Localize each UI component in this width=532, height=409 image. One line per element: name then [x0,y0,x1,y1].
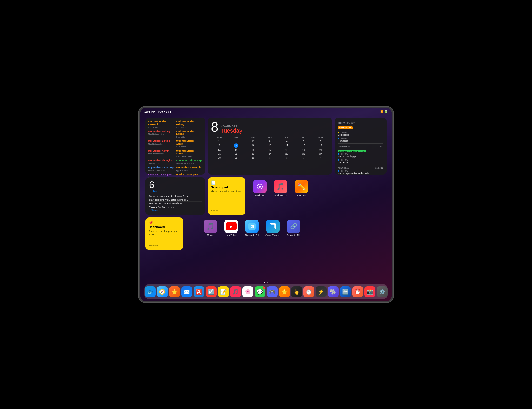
dock-appstore[interactable]: 🅰️ [194,286,204,297]
apple-frames-label: Apple Frames [265,234,280,236]
dock-finder[interactable]: 🐟 [145,286,156,297]
marvis-icon: 🎵 [204,220,217,233]
youtube-label: YouTube [227,234,236,236]
cal-day-11: 11 [278,143,295,148]
cal-header-mon: MON [211,136,228,139]
svg-text:⊠: ⊠ [250,224,254,229]
freeform-item[interactable]: ✏️ Freeform [292,180,310,197]
calendar-widget[interactable]: 8 NOVEMBER Tuesday MON TUE WED THU [208,118,332,175]
cal-day-15: 15 [228,148,244,152]
dock-music[interactable]: 🎵 [230,286,241,297]
of-title-2: MacStories: Writing [148,130,175,133]
dock-notes[interactable]: 📝 [218,286,229,297]
of-title-1: Club MacStories: Writing [176,120,203,126]
cal-day-1: 1 [228,139,244,143]
reminder-0: Share message about poll in AV Club [149,194,202,198]
cal-day-26: 26 [295,152,312,156]
discord-url-item[interactable]: 🔗 Discord URL [284,217,303,236]
of-sub-9: Podcast show notes [176,162,203,165]
cal-day-3: 3 [262,139,278,143]
reminder-1: Start collecting MS5 notes in one pl... [149,198,202,202]
of-sub-1: Club writing [176,126,203,128]
musicharbor-item[interactable]: 🎵 MusicHarbor [271,180,290,197]
dock-mastodon[interactable]: 🐘 [328,286,339,297]
cal-day-24: 24 [262,152,278,156]
cal-today-wrapper: 8 [228,143,244,148]
reminders-day: Today [149,190,202,193]
dock-timing[interactable]: ⏱️ [303,286,314,297]
scratchpad-icon: 📄 [211,180,242,185]
dock-multi[interactable]: ⚙️ [377,286,388,297]
marvis-item[interactable]: 🎵 Marvis [201,217,220,236]
cal-day-17: 17 [262,148,278,152]
tomorrow-label: TOMORROW [338,145,350,148]
freeform-icon: ✏️ [295,180,308,193]
dock-safari[interactable]: 🧭 [157,286,168,297]
dashboard-time: Yesterday [149,244,180,247]
of-sub-7: Discord community [176,155,203,158]
youtube-item[interactable]: ▶ YouTube [222,217,240,236]
cal-day-nm2: 2 [278,156,295,160]
ipad-frame: 1:03 PM Tue Nov 8 📶 🔋 Club MacStories: R… [139,107,393,302]
of-title-8: MacStories: Thoughts [148,159,175,162]
status-bar: 1:03 PM Tue Nov 8 📶 🔋 [140,108,392,114]
dock-faceid[interactable]: 👆 [291,286,302,297]
dock-shortcuts[interactable]: ⚡ [316,286,327,297]
event-box-doccia: 1:00 PM Box doccia [338,131,383,136]
of-item-4: MacStories: Editing MacStories edits [148,140,175,148]
cal-grid: MON TUE WED THU FRI SAT SUN 31 1 2 [211,136,329,160]
tomorrow-date: 11/9/22 [376,145,383,148]
event-dot-appstories [338,170,339,172]
cal-day-28: 28 [211,156,228,160]
reminder-2: Discuss next issue of newsletter [149,202,202,205]
dashboard-widget[interactable]: 📌 Dashboard These are the things on your… [145,217,183,250]
of-title-6: MacStories: Admin [148,149,175,152]
event-name-appstories: Record AppStories and Unwind [338,172,383,175]
dock-screenshot[interactable]: 📸 [364,286,375,297]
cal-day-25: 25 [278,152,295,156]
status-time-date: 1:03 PM Tue Nov 8 [144,109,171,114]
dock-discord[interactable]: 🎮 [267,286,278,297]
dock-goodlinks[interactable]: ⭐ [169,286,180,297]
dock-mail[interactable]: ✉️ [181,286,192,297]
events-widget[interactable]: TODAY 11/8/22 Election Day 1:00 PM Box d… [335,118,387,175]
of-title-0: Club MacStories: Research [148,120,175,126]
dock-reeder[interactable]: ⭐ [279,286,290,297]
bluetooth-off-icon: ⊠ [245,220,259,233]
events-header: TODAY 11/8/22 Election Day [338,120,383,130]
cal-day-9: 9 [245,143,261,148]
scratchpad-text: These are random bits of text. [211,190,242,193]
cal-day-10: 10 [262,143,278,148]
page-dots [140,282,392,283]
event-time-0: 1:00 PM [338,131,383,134]
dock-messages[interactable]: 💬 1 [255,286,265,297]
reminders-widget[interactable]: 6 Today Share message about poll in AV C… [145,177,205,215]
cal-day-23: 23 [245,152,261,156]
scratchpad-widget[interactable]: 📄 Scratchpad These are random bits of te… [208,177,245,215]
dock-photos[interactable]: 🌸 [242,286,253,297]
dock-codepoint[interactable]: 🔤 [340,286,351,297]
dashboard-text: These are the things on your mind. [149,230,180,236]
bluetooth-item[interactable]: ⊠ Bluetooth Off [243,217,261,236]
cal-day-13: 13 [312,143,329,148]
cal-day-12: 12 [295,143,312,148]
cal-day-2: 2 [245,139,261,143]
cal-day-22: 22 [228,152,244,156]
date: Tue Nov 8 [158,110,171,113]
of-sub-0: Club research [148,126,175,128]
cal-day-19: 19 [295,148,312,152]
of-sub-10: Podcast show notes [148,169,175,172]
reminders-count: 6 [149,180,202,190]
event-dot-0 [338,132,339,133]
cal-day-14: 14 [211,148,228,152]
apple-frames-item[interactable]: Apple Frames [264,217,282,236]
middle-row: 6 Today Share message about poll in AV C… [145,177,387,215]
dock-reminders[interactable]: ☑️ [206,286,217,297]
of-title-13: Unwind: Show prep [176,173,203,176]
musicbox-item[interactable]: MusicBox [251,180,269,197]
dock-timery[interactable]: ⏰ [352,286,363,297]
cal-day-21: 21 [211,152,228,156]
of-item-2: MacStories: Writing MacStories writing [148,130,175,138]
omnifocus-widget[interactable]: Club MacStories: Research Club research … [145,118,205,175]
status-icons: 📶 🔋 [380,110,388,113]
